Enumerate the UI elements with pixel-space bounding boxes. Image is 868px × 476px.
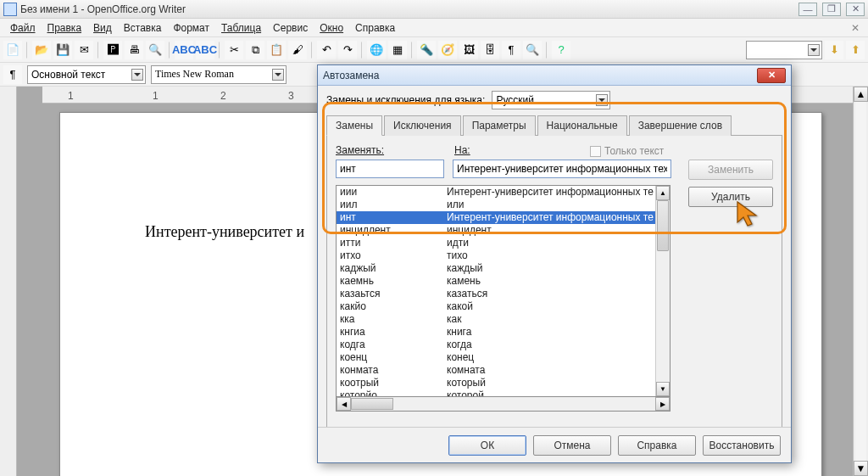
replace-button[interactable]: Заменить xyxy=(688,160,773,180)
list-cell-abbrev: инцидлент xyxy=(337,224,447,237)
scroll-down-button[interactable]: ▼ xyxy=(854,461,868,476)
list-scroll-right[interactable]: ▶ xyxy=(655,397,670,411)
reset-button[interactable]: Восстановить xyxy=(703,435,781,456)
nav-down-icon[interactable]: ⬆ xyxy=(846,41,865,59)
pdf-icon[interactable]: 🅿 xyxy=(103,41,122,59)
table-icon[interactable]: ▦ xyxy=(388,41,407,59)
list-row[interactable]: инцидлентинцидент xyxy=(337,224,655,237)
text-only-checkbox[interactable]: Только текст xyxy=(590,145,664,157)
vertical-scrollbar[interactable]: ▲ ▼ xyxy=(853,87,868,476)
menu-edit[interactable]: Правка xyxy=(42,20,87,36)
redo-icon[interactable]: ↷ xyxy=(338,41,357,59)
scroll-up-button[interactable]: ▲ xyxy=(854,87,868,102)
tab-word-completion[interactable]: Завершение слов xyxy=(629,115,732,136)
menu-format[interactable]: Формат xyxy=(168,20,214,36)
language-label: Замены и исключения для языка: xyxy=(326,94,485,106)
delete-button[interactable]: Удалить xyxy=(688,187,773,207)
find-icon[interactable]: 🔦 xyxy=(417,41,436,59)
list-scroll-left[interactable]: ◀ xyxy=(337,397,351,411)
close-window-button[interactable]: ✕ xyxy=(846,3,865,16)
menu-table[interactable]: Таблица xyxy=(216,20,266,36)
help-icon[interactable]: ? xyxy=(552,41,570,59)
zoom-icon[interactable]: 🔍 xyxy=(523,41,542,59)
list-row[interactable]: казаьтсяказаться xyxy=(337,288,655,300)
tab-options[interactable]: Параметры xyxy=(463,115,536,136)
spellcheck-icon[interactable]: ABC xyxy=(175,41,193,59)
navigator-icon[interactable]: 🧭 xyxy=(438,41,457,59)
tab-exceptions[interactable]: Исключения xyxy=(384,115,461,136)
dialog-titlebar[interactable]: Автозамена ✕ xyxy=(318,65,791,86)
zoom-combo[interactable] xyxy=(746,41,822,59)
list-horizontal-scrollbar[interactable]: ◀ ▶ xyxy=(336,397,670,412)
maximize-button[interactable]: ❐ xyxy=(822,3,841,16)
list-row[interactable]: интИнтерент-университет информационных т… xyxy=(337,211,655,224)
menu-view[interactable]: Вид xyxy=(88,20,117,36)
new-doc-icon[interactable]: 📄 xyxy=(3,41,22,59)
menu-insert[interactable]: Вставка xyxy=(119,20,167,36)
list-row[interactable]: кодгакогда xyxy=(337,339,655,351)
tab-replace[interactable]: Замены xyxy=(326,115,382,136)
undo-icon[interactable]: ↶ xyxy=(317,41,336,59)
hyperlink-icon[interactable]: 🌐 xyxy=(367,41,386,59)
list-row[interactable]: кнгиакнига xyxy=(337,326,655,339)
paragraph-style-value: Основной текст xyxy=(31,69,105,81)
list-scroll-down[interactable]: ▼ xyxy=(656,382,670,396)
format-paint-icon[interactable]: 🖌 xyxy=(288,41,307,59)
menu-file[interactable]: Файл xyxy=(5,20,41,36)
cancel-button[interactable]: Отмена xyxy=(533,435,611,456)
list-row[interactable]: которйокоторой xyxy=(337,389,655,396)
paragraph-style-combo[interactable]: Основной текст xyxy=(27,65,146,84)
list-row[interactable]: коенцконец xyxy=(337,351,655,364)
list-hscroll-thumb[interactable] xyxy=(351,398,393,410)
help-button[interactable]: Справка xyxy=(618,435,696,456)
dialog-close-button[interactable]: ✕ xyxy=(757,68,786,83)
replacement-list[interactable]: иииИнтерент-университет информационных т… xyxy=(336,185,670,397)
open-icon[interactable]: 📂 xyxy=(32,41,51,59)
list-cell-abbrev: конмата xyxy=(337,364,447,377)
list-row[interactable]: иилили xyxy=(337,199,655,211)
copy-icon[interactable]: ⧉ xyxy=(246,41,264,59)
gallery-icon[interactable]: 🖼 xyxy=(459,41,478,59)
styles-icon[interactable]: ¶ xyxy=(3,65,22,84)
list-row[interactable]: какйокакой xyxy=(337,300,655,313)
list-row[interactable]: иииИнтерент-университет информационных т… xyxy=(337,186,655,199)
replace-input[interactable] xyxy=(336,160,444,178)
nonprinting-icon[interactable]: ¶ xyxy=(502,41,520,59)
ok-button[interactable]: ОК xyxy=(448,435,526,456)
list-cell-abbrev: итти xyxy=(337,237,447,249)
language-combo[interactable]: Русский xyxy=(492,91,610,109)
list-row[interactable]: итхотихо xyxy=(337,249,655,262)
datasources-icon[interactable]: 🗄 xyxy=(481,41,499,59)
autocorrect-dialog: Автозамена ✕ Замены и исключения для язы… xyxy=(317,64,792,463)
list-vertical-scrollbar[interactable]: ▲ ▼ xyxy=(655,186,670,396)
list-scroll-up[interactable]: ▲ xyxy=(656,186,670,200)
nav-up-icon[interactable]: ⬇ xyxy=(825,41,843,59)
paste-icon[interactable]: 📋 xyxy=(267,41,286,59)
menu-window[interactable]: Окно xyxy=(314,20,348,36)
list-cell-replacement: камень xyxy=(447,275,655,288)
save-icon[interactable]: 💾 xyxy=(53,41,72,59)
preview-icon[interactable]: 🔍 xyxy=(146,41,164,59)
font-name-combo[interactable]: Times New Roman xyxy=(151,65,287,84)
list-row[interactable]: ккакак xyxy=(337,313,655,326)
cut-icon[interactable]: ✂ xyxy=(225,41,243,59)
minimize-button[interactable]: — xyxy=(798,3,817,16)
tab-content-replace: Заменять: На: Только текст Заменить Удал… xyxy=(326,136,782,427)
autospell-icon[interactable]: ABC xyxy=(196,41,214,59)
menu-help[interactable]: Справка xyxy=(350,20,400,36)
text-only-label: Только текст xyxy=(604,145,664,157)
with-input[interactable] xyxy=(453,160,671,178)
doc-close-button[interactable]: ✕ xyxy=(848,21,863,35)
list-row[interactable]: иттиидти xyxy=(337,237,655,249)
vertical-ruler[interactable] xyxy=(0,87,17,476)
tab-localized[interactable]: Национальные xyxy=(537,115,627,136)
list-row[interactable]: каемнькамень xyxy=(337,275,655,288)
menu-tools[interactable]: Сервис xyxy=(268,20,313,36)
mail-icon[interactable]: ✉ xyxy=(75,41,93,59)
print-icon[interactable]: 🖶 xyxy=(125,41,143,59)
list-cell-replacement: комната xyxy=(447,364,655,377)
list-row[interactable]: конматакомната xyxy=(337,364,655,377)
list-row[interactable]: каджыйкаждый xyxy=(337,262,655,275)
list-row[interactable]: коотрыйкоторый xyxy=(337,377,655,389)
list-scroll-thumb[interactable] xyxy=(657,200,669,251)
